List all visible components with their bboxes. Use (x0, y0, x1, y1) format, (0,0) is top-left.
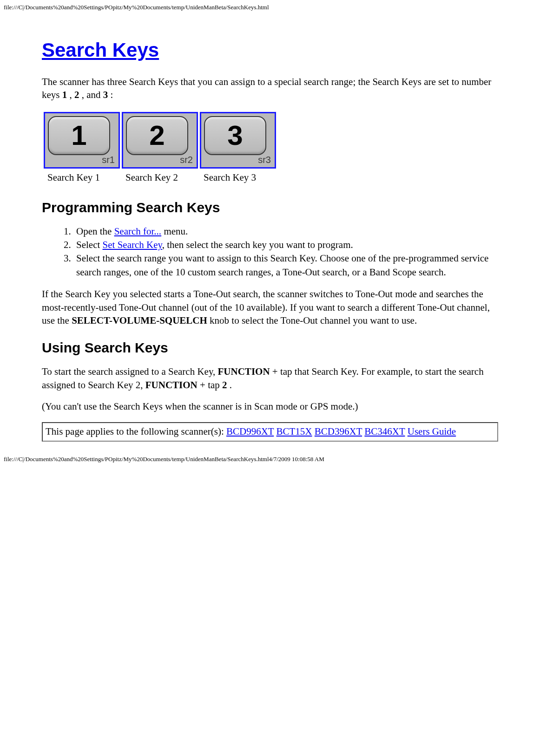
select-volume-squelch-bold: SELECT-VOLUME-SQUELCH (72, 315, 207, 326)
applies-prefix: This page applies to the following scann… (46, 426, 226, 437)
keycap-3: 3 (204, 116, 266, 155)
intro-text: , (67, 89, 74, 100)
sr-label-3: sr3 (258, 155, 271, 165)
tone-out-text: knob to select the Tone-Out channel you … (207, 315, 417, 326)
step-text: menu. (161, 226, 188, 237)
page-title-link[interactable]: Search Keys (42, 39, 159, 61)
using-text: + tap (198, 379, 222, 391)
applies-to-box: This page applies to the following scann… (42, 422, 498, 441)
intro-bold-2: 2 (74, 89, 79, 100)
scanner-link-bcd996xt[interactable]: BCD996XT (226, 426, 274, 437)
step-text: , then select the search key you want to… (162, 239, 353, 250)
tone-out-paragraph: If the Search Key you selected starts a … (42, 287, 498, 327)
key-image-1: 1 sr1 (44, 112, 120, 169)
page-content: Search Keys The scanner has three Search… (0, 11, 540, 442)
keycap-number: 1 (71, 119, 86, 151)
file-path-footer: file:///C|/Documents%20and%20Settings/PO… (0, 442, 540, 467)
keycap-2: 2 (126, 116, 188, 155)
scanner-link-bc346xt[interactable]: BC346XT (364, 426, 405, 437)
scanner-link-bcd396xt[interactable]: BCD396XT (315, 426, 362, 437)
users-guide-link[interactable]: Users Guide (408, 426, 456, 437)
function-bold: FUNCTION (145, 379, 198, 391)
search-for-link[interactable]: Search for... (114, 226, 161, 237)
intro-bold-1: 1 (62, 89, 67, 100)
scanner-link-bct15x[interactable]: BCT15X (277, 426, 312, 437)
intro-text: , and (79, 89, 103, 100)
sr-label-1: sr1 (102, 155, 115, 165)
intro-bold-3: 3 (103, 89, 108, 100)
key-caption-2: Search Key 2 (122, 170, 198, 185)
sr-label-2: sr2 (180, 155, 193, 165)
intro-paragraph: The scanner has three Search Keys that y… (42, 75, 498, 102)
programming-steps: Open the Search for... menu. Select Set … (42, 225, 498, 280)
set-search-key-link[interactable]: Set Search Key (103, 239, 162, 250)
step-text: Select (76, 239, 103, 250)
step-text: Open the (76, 226, 114, 237)
table-row-images: 1 sr1 2 sr2 3 sr3 (44, 112, 276, 169)
using-text: To start the search assigned to a Search… (42, 366, 218, 377)
keycap-number: 2 (149, 119, 165, 151)
using-paragraph: To start the search assigned to a Search… (42, 365, 498, 391)
file-path-header: file:///C|/Documents%20and%20Settings/PO… (0, 0, 540, 11)
note-paragraph: (You can't use the Search Keys when the … (42, 400, 498, 413)
programming-heading: Programming Search Keys (42, 200, 498, 215)
key-caption-1: Search Key 1 (44, 170, 120, 185)
page-title-heading: Search Keys (42, 39, 498, 61)
using-text: . (227, 379, 232, 391)
using-heading: Using Search Keys (42, 340, 498, 356)
key-2-bold: 2 (222, 379, 227, 391)
function-bold: FUNCTION (218, 366, 270, 377)
key-image-2: 2 sr2 (122, 112, 198, 169)
key-image-3: 3 sr3 (200, 112, 276, 169)
table-row-captions: Search Key 1 Search Key 2 Search Key 3 (44, 170, 276, 185)
list-item: Select Set Search Key, then select the s… (73, 238, 498, 252)
list-item: Open the Search for... menu. (73, 225, 498, 238)
intro-text: : (108, 89, 113, 100)
search-keys-table: 1 sr1 2 sr2 3 sr3 Search Key 1 Search Ke… (42, 110, 278, 187)
key-caption-3: Search Key 3 (200, 170, 276, 185)
keycap-1: 1 (48, 116, 110, 155)
list-item: Select the search range you want to assi… (73, 252, 498, 279)
keycap-number: 3 (227, 119, 243, 151)
